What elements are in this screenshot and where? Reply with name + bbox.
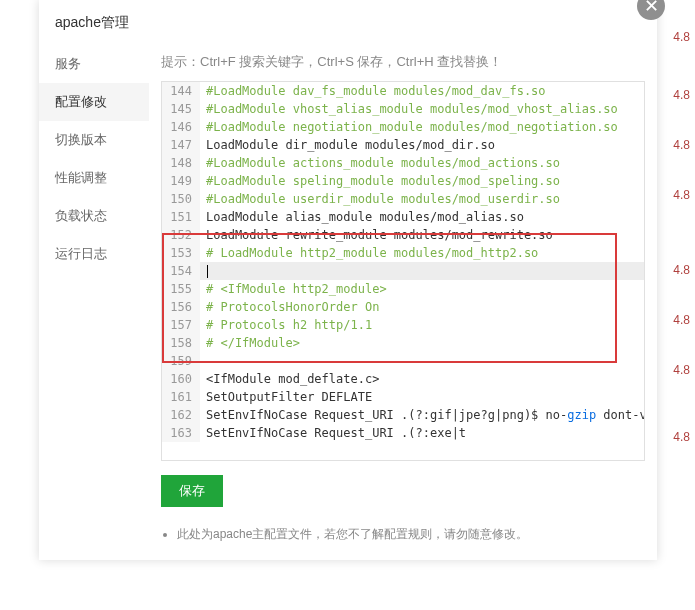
sidebar-item-label: 负载状态	[55, 208, 107, 223]
sidebar-item-0[interactable]: 服务	[39, 45, 149, 83]
gutter-number: 160	[162, 370, 200, 388]
editor-line[interactable]: 160<IfModule mod_deflate.c>	[162, 370, 644, 388]
gutter-number: 151	[162, 208, 200, 226]
close-icon-glyph: ✕	[644, 0, 659, 17]
code-content[interactable]: #LoadModule negotiation_module modules/m…	[200, 118, 644, 136]
sidebar-item-label: 服务	[55, 56, 81, 71]
code-content[interactable]: #LoadModule speling_module modules/mod_s…	[200, 172, 644, 190]
sidebar-item-label: 性能调整	[55, 170, 107, 185]
editor-line[interactable]: 150#LoadModule userdir_module modules/mo…	[162, 190, 644, 208]
editor-line[interactable]: 151LoadModule alias_module modules/mod_a…	[162, 208, 644, 226]
editor-line[interactable]: 161SetOutputFilter DEFLATE	[162, 388, 644, 406]
gutter-number: 154	[162, 262, 200, 280]
content-pane: 提示：Ctrl+F 搜索关键字，Ctrl+S 保存，Ctrl+H 查找替换！ 1…	[149, 45, 657, 560]
gutter-number: 155	[162, 280, 200, 298]
code-content[interactable]: # </IfModule>	[200, 334, 644, 352]
gutter-number: 144	[162, 82, 200, 100]
save-button[interactable]: 保存	[161, 475, 223, 507]
editor-line[interactable]: 157# Protocols h2 http/1.1	[162, 316, 644, 334]
editor-line[interactable]: 148#LoadModule actions_module modules/mo…	[162, 154, 644, 172]
editor-line[interactable]: 154	[162, 262, 644, 280]
code-content[interactable]: SetOutputFilter DEFLATE	[200, 388, 644, 406]
editor-line[interactable]: 147LoadModule dir_module modules/mod_dir…	[162, 136, 644, 154]
editor-line[interactable]: 153# LoadModule http2_module modules/mod…	[162, 244, 644, 262]
bg-value: 4.8	[673, 363, 690, 377]
bg-value: 4.8	[673, 188, 690, 202]
editor-line[interactable]: 149#LoadModule speling_module modules/mo…	[162, 172, 644, 190]
code-content[interactable]: <IfModule mod_deflate.c>	[200, 370, 644, 388]
code-content[interactable]: LoadModule dir_module modules/mod_dir.so	[200, 136, 644, 154]
editor-line[interactable]: 162SetEnvIfNoCase Request_URI .(?:gif|jp…	[162, 406, 644, 424]
sidebar-item-2[interactable]: 切换版本	[39, 121, 149, 159]
modal-apache-manage: ✕ apache管理 服务配置修改切换版本性能调整负载状态运行日志 提示：Ctr…	[39, 0, 657, 560]
gutter-number: 162	[162, 406, 200, 424]
gutter-number: 157	[162, 316, 200, 334]
code-editor[interactable]: 144#LoadModule dav_fs_module modules/mod…	[161, 81, 645, 461]
bg-value: 4.8	[673, 138, 690, 152]
code-content[interactable]	[200, 352, 644, 370]
code-content[interactable]: #LoadModule vhost_alias_module modules/m…	[200, 100, 644, 118]
editor-line[interactable]: 159	[162, 352, 644, 370]
code-content[interactable]: #LoadModule actions_module modules/mod_a…	[200, 154, 644, 172]
code-content[interactable]: LoadModule rewrite_module modules/mod_re…	[200, 226, 644, 244]
code-content[interactable]: #LoadModule userdir_module modules/mod_u…	[200, 190, 644, 208]
code-content[interactable]: LoadModule alias_module modules/mod_alia…	[200, 208, 644, 226]
gutter-number: 158	[162, 334, 200, 352]
code-content[interactable]: #LoadModule dav_fs_module modules/mod_da…	[200, 82, 644, 100]
gutter-number: 146	[162, 118, 200, 136]
code-content[interactable]: # <IfModule http2_module>	[200, 280, 644, 298]
code-content[interactable]: SetEnvIfNoCase Request_URI .(?:gif|jpe?g…	[200, 406, 644, 424]
sidebar-item-4[interactable]: 负载状态	[39, 197, 149, 235]
gutter-number: 148	[162, 154, 200, 172]
gutter-number: 147	[162, 136, 200, 154]
modal-title: apache管理	[39, 0, 657, 45]
editor-line[interactable]: 144#LoadModule dav_fs_module modules/mod…	[162, 82, 644, 100]
gutter-number: 161	[162, 388, 200, 406]
sidebar-item-1[interactable]: 配置修改	[39, 83, 149, 121]
gutter-number: 152	[162, 226, 200, 244]
editor-line[interactable]: 163SetEnvIfNoCase Request_URI .(?:exe|t	[162, 424, 644, 442]
tip-text: 提示：Ctrl+F 搜索关键字，Ctrl+S 保存，Ctrl+H 查找替换！	[161, 45, 645, 81]
editor-line[interactable]: 156# ProtocolsHonorOrder On	[162, 298, 644, 316]
code-content[interactable]: # ProtocolsHonorOrder On	[200, 298, 644, 316]
sidebar-item-5[interactable]: 运行日志	[39, 235, 149, 273]
gutter-number: 145	[162, 100, 200, 118]
gutter-number: 156	[162, 298, 200, 316]
bg-value: 4.8	[673, 263, 690, 277]
note-item: 此处为apache主配置文件，若您不了解配置规则，请勿随意修改。	[177, 525, 645, 544]
bg-value: 4.8	[673, 313, 690, 327]
editor-line[interactable]: 146#LoadModule negotiation_module module…	[162, 118, 644, 136]
gutter-number: 149	[162, 172, 200, 190]
sidebar-item-label: 切换版本	[55, 132, 107, 147]
gutter-number: 153	[162, 244, 200, 262]
gutter-number: 159	[162, 352, 200, 370]
editor-line[interactable]: 155# <IfModule http2_module>	[162, 280, 644, 298]
notes: 此处为apache主配置文件，若您不了解配置规则，请勿随意修改。	[161, 525, 645, 544]
editor-line[interactable]: 158# </IfModule>	[162, 334, 644, 352]
editor-line[interactable]: 145#LoadModule vhost_alias_module module…	[162, 100, 644, 118]
code-content[interactable]: # LoadModule http2_module modules/mod_ht…	[200, 244, 644, 262]
sidebar: 服务配置修改切换版本性能调整负载状态运行日志	[39, 45, 149, 560]
bg-value: 4.8	[673, 30, 690, 44]
editor-line[interactable]: 152LoadModule rewrite_module modules/mod…	[162, 226, 644, 244]
bg-value: 4.8	[673, 88, 690, 102]
code-content[interactable]: # Protocols h2 http/1.1	[200, 316, 644, 334]
gutter-number: 163	[162, 424, 200, 442]
code-content[interactable]: SetEnvIfNoCase Request_URI .(?:exe|t	[200, 424, 644, 442]
gutter-number: 150	[162, 190, 200, 208]
bg-value: 4.8	[673, 430, 690, 444]
sidebar-item-label: 运行日志	[55, 246, 107, 261]
code-content[interactable]	[200, 262, 644, 280]
sidebar-item-3[interactable]: 性能调整	[39, 159, 149, 197]
sidebar-item-label: 配置修改	[55, 94, 107, 109]
